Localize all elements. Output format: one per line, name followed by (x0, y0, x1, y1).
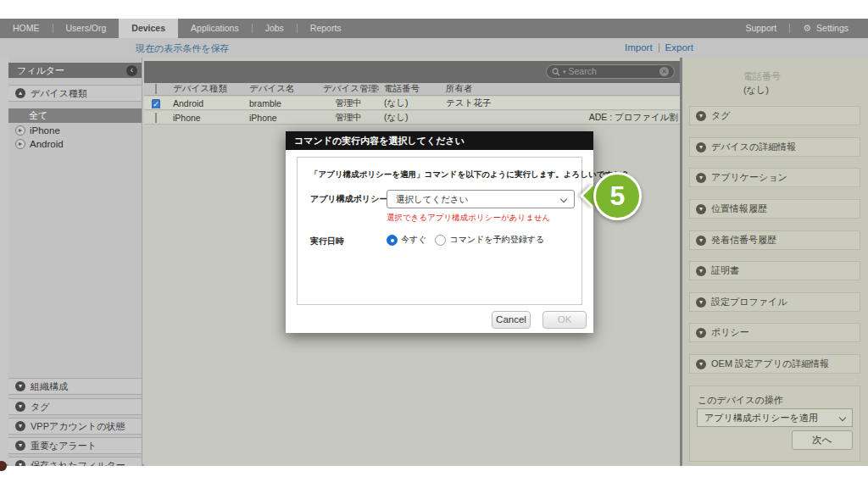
export-link[interactable]: Export (665, 42, 693, 53)
schedule-field-label: 実行日時 (310, 236, 344, 247)
chevron-down-icon: ▾ (696, 204, 706, 214)
filter-section-alerts[interactable]: ▾ 重要なアラート (8, 437, 142, 454)
app-window: HOME Users/Org Devices Applications Jobs… (0, 0, 868, 488)
detail-section-tags[interactable]: ▾ タグ (689, 106, 860, 125)
detail-section-label: 発着信番号履歴 (711, 234, 776, 247)
filter-section-vpp[interactable]: ▾ VPPアカウントの状態 (8, 418, 142, 435)
detail-section-location-history[interactable]: ▾ 位置情報履歴 (689, 199, 860, 219)
divider (659, 43, 659, 53)
chevron-down-icon: ▾ (15, 381, 25, 391)
column-header-status[interactable]: デバイス管理状態 (318, 83, 379, 95)
filter-section-org[interactable]: ▾ 組織構成 (8, 378, 142, 395)
detail-section-label: ポリシー (711, 326, 749, 339)
sidebar-collapse-button[interactable]: ‹ (126, 65, 137, 76)
ok-button-disabled[interactable]: OK (542, 311, 587, 329)
import-link[interactable]: Import (625, 42, 653, 53)
column-header-phone[interactable]: 電話番号 (379, 83, 441, 95)
nav-tab-home[interactable]: HOME (0, 19, 53, 38)
search-clear-icon[interactable]: ✕ (659, 67, 669, 76)
cancel-button[interactable]: Cancel (492, 311, 531, 329)
device-detail-panel: 電話番号 (なし) ▾ タグ ▾ デバイスの詳細情報 ▾ アプリケーション ▾ … (682, 58, 868, 466)
cell-note: ADE : プロファイル割 (542, 112, 680, 124)
radio-schedule-button[interactable] (435, 235, 446, 246)
detail-section-call-history[interactable]: ▾ 発着信番号履歴 (689, 230, 860, 250)
filter-section-label: 保存されたフィルター (31, 459, 125, 467)
detail-section-label: 設定プロファイル (711, 296, 787, 308)
filter-section-label: VPPアカウントの状態 (31, 420, 125, 433)
detail-section-label: タグ (711, 109, 731, 122)
search-icon (552, 68, 560, 76)
chevron-down-icon: ▾ (696, 266, 706, 276)
column-header-type[interactable]: デバイス種類 (168, 83, 244, 95)
chevron-down-icon: ▾ (696, 173, 706, 183)
sub-toolbar (0, 38, 868, 58)
detail-section-oem-settings[interactable]: ▾ OEM 設定アプリの詳細情報 (689, 354, 860, 374)
cell-device-type: iPhone (168, 113, 244, 123)
chevron-down-icon: ▾ (15, 421, 25, 431)
radio-option-now[interactable]: 今すぐ (387, 234, 426, 246)
detail-section-label: 位置情報履歴 (711, 202, 767, 215)
table-row[interactable]: ✓ Android bramble 管理中 (なし) テスト花子 (144, 97, 680, 110)
chevron-down-icon (839, 414, 846, 421)
filter-section-device-type[interactable]: ▴ デバイス種類 (8, 85, 142, 102)
table-row[interactable]: iPhone iPhone 管理中 (なし) ADE : プロファイル割 (144, 111, 680, 125)
chevron-down-icon: ▾ (15, 402, 25, 412)
chevron-down-icon: ▾ (15, 460, 25, 466)
cell-device-type: Android (168, 98, 244, 108)
policy-error-message: 選択できるアプリ構成ポリシーがありません (387, 213, 550, 224)
row-checkbox[interactable] (155, 113, 157, 123)
search-placeholder: Search (569, 65, 657, 78)
top-navbar: HOME Users/Org Devices Applications Jobs… (0, 19, 868, 38)
column-header-name[interactable]: デバイス名 (244, 83, 318, 95)
cell-phone: (なし) (379, 97, 441, 109)
filter-option-iphone[interactable]: ▸ iPhone (15, 125, 60, 136)
cell-device-name: iPhone (244, 113, 318, 123)
detail-section-certificates[interactable]: ▾ 証明書 (689, 261, 860, 280)
nav-tab-applications[interactable]: Applications (178, 19, 252, 38)
device-action-select[interactable]: アプリ構成ポリシーを適用 (697, 408, 853, 427)
chevron-down-icon: ▾ (696, 359, 706, 369)
modal-body: 「アプリ構成ポリシーを適用」コマンドを以下のように実行します。よろしいですか？ … (297, 157, 582, 305)
radio-schedule-label: コマンドを予約登録する (449, 234, 544, 246)
import-export-links: Import Export (625, 42, 693, 53)
policy-select[interactable]: 選択してください (387, 190, 575, 208)
support-link[interactable]: Support (732, 19, 789, 38)
corner-artifact (0, 461, 7, 471)
row-checkbox[interactable]: ✓ (152, 99, 160, 108)
nav-tab-jobs[interactable]: Jobs (253, 19, 297, 38)
nav-tab-users-org[interactable]: Users/Org (53, 19, 120, 38)
filter-section-saved-filters[interactable]: ▾ 保存されたフィルター (8, 457, 142, 466)
chevron-down-icon: ▾ (696, 236, 706, 246)
detail-section-config-profiles[interactable]: ▾ 設定プロファイル (689, 292, 860, 312)
filter-option-label: Android (30, 139, 64, 149)
next-button[interactable]: 次へ (792, 430, 853, 450)
nav-tab-reports[interactable]: Reports (298, 19, 354, 38)
detail-section-label: OEM 設定アプリの詳細情報 (711, 358, 829, 370)
search-input[interactable]: ▾ Search ✕ (546, 64, 675, 79)
nav-tab-devices[interactable]: Devices (119, 19, 178, 38)
cell-status: 管理中 (318, 97, 379, 109)
filter-option-label: iPhone (30, 125, 60, 136)
filter-section-tags[interactable]: ▾ タグ (8, 398, 142, 415)
filter-section-label: 組織構成 (31, 380, 68, 393)
chevron-down-icon: ▾ (696, 111, 706, 121)
detail-section-label: デバイスの詳細情報 (711, 141, 796, 153)
nav-right-group: Support ⚙ Settings (732, 19, 868, 38)
filter-section-label: タグ (31, 401, 50, 413)
filter-option-android[interactable]: ▸ Android (15, 139, 64, 149)
select-all-checkbox[interactable] (155, 84, 157, 94)
detail-section-device-info[interactable]: ▾ デバイスの詳細情報 (689, 137, 860, 157)
radio-now-button[interactable] (387, 235, 398, 246)
search-scope-caret-icon[interactable]: ▾ (563, 69, 566, 75)
radio-option-schedule[interactable]: コマンドを予約登録する (435, 234, 544, 246)
device-actions-title: このデバイスの操作 (698, 394, 783, 407)
gear-icon: ⚙ (803, 19, 811, 38)
filter-option-all[interactable]: 全て (8, 108, 142, 123)
save-view-link[interactable]: 現在の表示条件を保存 (136, 42, 230, 55)
phone-number-value: (なし) (743, 84, 769, 97)
detail-section-policies[interactable]: ▾ ポリシー (689, 323, 860, 342)
settings-link[interactable]: ⚙ Settings (790, 19, 861, 38)
detail-section-applications[interactable]: ▾ アプリケーション (689, 168, 860, 187)
column-header-owner[interactable]: 所有者 (441, 83, 542, 95)
chevron-down-icon (560, 196, 567, 202)
